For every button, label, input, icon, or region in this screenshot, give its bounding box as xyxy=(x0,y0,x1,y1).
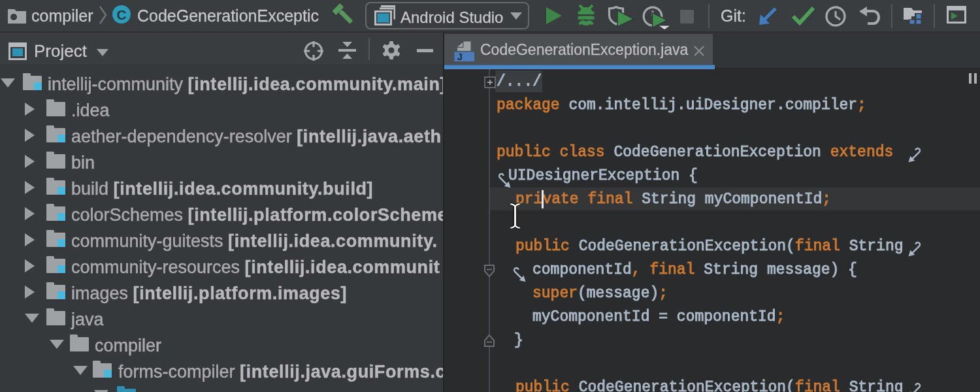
svg-text:C: C xyxy=(116,7,126,22)
svg-text:J: J xyxy=(457,51,463,62)
